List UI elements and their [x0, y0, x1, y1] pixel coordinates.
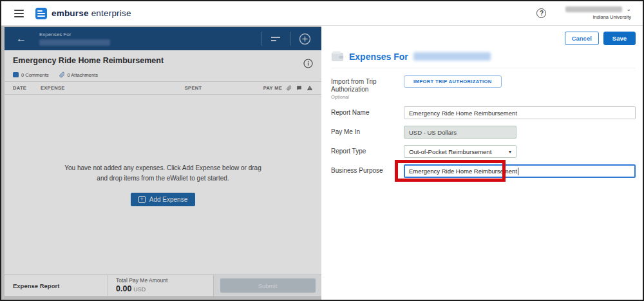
optional-hint: Optional: [331, 94, 404, 100]
brand-suffix: enterprise: [91, 8, 131, 18]
expense-report-label: Expense Report: [5, 275, 108, 296]
chevron-down-icon: ⌄: [626, 6, 631, 12]
add-circle-icon[interactable]: [290, 33, 317, 45]
paperclip-icon: [59, 72, 65, 78]
import-trip-authorization-button[interactable]: IMPORT TRIP AUTHORIZATION: [404, 75, 502, 88]
brand-name: emburse: [52, 8, 89, 18]
plus-square-icon: +: [138, 196, 146, 203]
panel-title: Expenses For: [349, 52, 408, 62]
report-type-select[interactable]: Out-of-Pocket Reimbursement ▾: [404, 145, 516, 158]
brand-title: emburse enterprise: [52, 8, 131, 18]
edit-report-panel: Cancel Save Expenses For Import from Tri…: [321, 26, 644, 300]
warning-column-icon: [307, 85, 313, 91]
hamburger-menu-icon[interactable]: [14, 10, 24, 17]
expense-table-header: DATE EXPENSE SPENT PAY ME: [5, 81, 321, 95]
column-pay-me[interactable]: PAY ME: [263, 85, 282, 91]
comment-column-icon: [296, 85, 302, 91]
comment-icon: [13, 72, 19, 77]
expense-report-panel-dimmed: ← Expenses For: [1, 26, 321, 300]
redacted-user-name: [565, 6, 622, 12]
redacted-owner-name: [413, 52, 491, 61]
column-spent[interactable]: SPENT: [185, 85, 263, 91]
report-name-label: Report Name: [331, 106, 404, 117]
business-purpose-input[interactable]: Emergency Ride Home Reimbursement: [404, 164, 636, 178]
select-arrow-icon: ▾: [509, 149, 511, 155]
report-title: Emergency Ride Home Reimbursement: [13, 56, 164, 65]
back-arrow-icon[interactable]: ←: [16, 34, 26, 44]
comments-count: 0 Comments: [21, 72, 49, 78]
top-app-bar: emburse enterprise ? ⌄ Indiana Universit…: [1, 1, 643, 26]
cancel-button[interactable]: Cancel: [565, 32, 599, 45]
panel-title-row: Expenses For: [331, 51, 636, 68]
comments-link[interactable]: 0 Comments: [13, 72, 49, 78]
paperclip-column-icon: [287, 85, 292, 91]
total-amount: 0.00: [116, 284, 131, 293]
user-menu[interactable]: ⌄ Indiana University: [565, 6, 631, 20]
save-button[interactable]: Save: [603, 32, 636, 45]
empty-state-message: You have not added any expenses. Click A…: [64, 163, 261, 183]
import-trip-label: Import from Trip Authorization Optional: [331, 75, 404, 100]
redacted-report-owner: [39, 39, 110, 46]
text-cursor: [518, 168, 518, 175]
pay-me-in-field: USD - US Dollars: [404, 126, 516, 139]
report-type-label: Report Type: [331, 145, 404, 155]
empty-expense-area: You have not added any expenses. Click A…: [5, 95, 321, 275]
total-pay-me-label: Total Pay Me Amount: [116, 277, 213, 284]
report-type-value: Out-of-Pocket Reimbursement: [409, 148, 491, 155]
report-footer-bar: Expense Report Total Pay Me Amount 0.00U…: [5, 275, 321, 296]
pay-me-in-label: Pay Me In: [331, 126, 404, 136]
business-purpose-value: Emergency Ride Home Reimbursement: [409, 168, 517, 175]
add-expense-button[interactable]: + Add Expense: [131, 193, 196, 206]
user-organization: Indiana University: [592, 14, 631, 20]
report-header-bar: ← Expenses For: [5, 27, 321, 50]
sort-filter-icon[interactable]: [261, 37, 290, 41]
attachments-count: 0 Attachments: [68, 72, 99, 78]
total-pay-me-block: Total Pay Me Amount 0.00USD: [108, 275, 213, 296]
wallet-icon: [331, 51, 344, 62]
column-date[interactable]: DATE: [13, 85, 41, 91]
column-expense[interactable]: EXPENSE: [41, 85, 185, 91]
help-icon[interactable]: ?: [536, 8, 546, 18]
emburse-logo-icon: [35, 8, 47, 19]
app-window: emburse enterprise ? ⌄ Indiana Universit…: [0, 0, 644, 301]
attachments-link[interactable]: 0 Attachments: [59, 72, 99, 78]
expenses-for-eyebrow: Expenses For: [39, 32, 110, 37]
total-currency: USD: [133, 286, 146, 293]
report-name-input[interactable]: [404, 106, 636, 119]
business-purpose-label: Business Purpose: [331, 164, 404, 175]
submit-button[interactable]: Submit: [220, 278, 316, 293]
info-icon[interactable]: [303, 59, 313, 68]
